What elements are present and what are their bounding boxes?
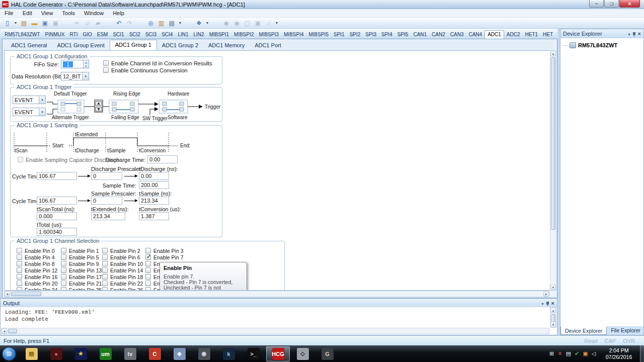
- pin-checkbox-item[interactable]: Enable Pin 13: [61, 267, 102, 274]
- pin-checkbox-item[interactable]: Enable Pin 26: [102, 287, 145, 291]
- tdischarge-ns-field[interactable]: 0.00: [139, 172, 169, 180]
- pin-checkbox-item[interactable]: Enable Pin 5: [61, 254, 102, 261]
- pin-checkbox[interactable]: [102, 261, 108, 266]
- pin-checkbox-item[interactable]: Enable Pin 8: [17, 261, 61, 267]
- pin-checkbox-item[interactable]: Enable Pin 14: [102, 267, 145, 274]
- enable-discharge-checkbox[interactable]: [18, 157, 23, 162]
- pin-checkbox[interactable]: [61, 287, 66, 291]
- discharge-time-field[interactable]: 0.00: [147, 155, 178, 163]
- peripheral-tab[interactable]: SCI1: [110, 31, 126, 39]
- taskbar-app-red[interactable]: ●: [44, 346, 68, 361]
- explorer-tab[interactable]: Device Explorer: [560, 326, 607, 335]
- pin-checkbox-item[interactable]: Enable Pin 6: [102, 254, 145, 261]
- new-dropdown[interactable]: ▾: [13, 19, 18, 28]
- peripheral-tab[interactable]: SCI2: [127, 31, 143, 39]
- pin-checkbox[interactable]: [145, 248, 151, 253]
- scroll-down-icon[interactable]: ▼: [550, 285, 556, 290]
- taskbar-gimp[interactable]: G: [315, 346, 339, 361]
- peripheral-tab[interactable]: CAN4: [466, 31, 485, 39]
- peripheral-tab[interactable]: RM57L843ZWT: [2, 31, 43, 39]
- menu-item[interactable]: Window: [79, 10, 108, 16]
- panel-menu-icon[interactable]: [628, 31, 630, 37]
- textended-field[interactable]: 213.34: [91, 212, 125, 220]
- open-button[interactable]: ▬: [30, 19, 39, 28]
- tray-warning-icon[interactable]: ▣: [583, 350, 588, 357]
- sub-tab[interactable]: ADC1 Group 2: [157, 41, 203, 50]
- generate-button[interactable]: ▥: [156, 19, 166, 28]
- save-button[interactable]: ▣: [40, 19, 50, 28]
- peripheral-tab[interactable]: HET: [540, 31, 555, 39]
- horizontal-scroll-thumb[interactable]: [11, 292, 41, 296]
- copy-button[interactable]: ▱: [83, 19, 92, 28]
- icon[interactable]: [104, 19, 113, 28]
- icon[interactable]: [211, 19, 220, 28]
- preview-button[interactable]: ◎: [146, 19, 155, 28]
- pin-checkbox[interactable]: [17, 281, 22, 286]
- peripheral-tab[interactable]: SCI4: [159, 31, 175, 39]
- ttotal-field[interactable]: 1.600340: [37, 228, 77, 236]
- dropdown-arrow-icon[interactable]: [82, 72, 89, 80]
- pin-checkbox-item[interactable]: Enable Pin 21: [61, 281, 102, 287]
- menu-item[interactable]: File: [0, 10, 18, 16]
- icon[interactable]: [184, 19, 193, 28]
- paste-button[interactable]: ▰: [93, 19, 103, 28]
- taskbar-hcg[interactable]: HCG: [266, 346, 290, 361]
- sample-time-field[interactable]: 200.00: [139, 181, 169, 189]
- tconversion-field[interactable]: 1.387: [139, 212, 169, 220]
- peripheral-tab[interactable]: MIBSPI1: [207, 31, 231, 39]
- pin-checkbox-item[interactable]: Enable Pin 2: [102, 248, 145, 254]
- scroll-left-icon[interactable]: ◄: [2, 328, 7, 334]
- output-vertical-scrollbar[interactable]: ▲ ▼: [550, 307, 556, 328]
- pin-checkbox-item[interactable]: Enable Pin 22: [102, 281, 145, 287]
- pin-checkbox-item[interactable]: Enable Pin 25: [61, 287, 102, 291]
- cut-button[interactable]: ✂: [72, 19, 82, 28]
- output-log[interactable]: Loading: FEE: 'FEEv000.xml'Load complete: [1, 307, 550, 328]
- pin-checkbox[interactable]: [102, 254, 108, 260]
- taskbar-3dbox[interactable]: ◇: [291, 346, 314, 361]
- icon[interactable]: [61, 19, 71, 28]
- dropdown-arrow-icon[interactable]: [39, 108, 45, 116]
- peripheral-tab[interactable]: CAN3: [448, 31, 466, 39]
- peripheral-tab[interactable]: SCI3: [143, 31, 159, 39]
- peripheral-tab[interactable]: MIBSPI4: [281, 31, 306, 39]
- home-button[interactable]: ⌂: [264, 19, 273, 28]
- main-vertical-scrollbar[interactable]: ▲ ▼: [550, 50, 556, 291]
- pin-checkbox[interactable]: [102, 287, 108, 291]
- panel-close-icon[interactable]: [638, 31, 641, 37]
- discharge-prescaler-field[interactable]: 0: [91, 172, 122, 180]
- pin-checkbox[interactable]: [17, 248, 22, 253]
- pin-checkbox[interactable]: [61, 274, 66, 280]
- main-horizontal-scrollbar[interactable]: ◄ ►: [4, 291, 549, 297]
- icon[interactable]: [135, 19, 145, 28]
- peripheral-tab[interactable]: SPI2: [347, 31, 363, 39]
- spinner-buttons[interactable]: [83, 60, 89, 68]
- pin-checkbox-item[interactable]: Enable Pin 10: [102, 261, 145, 267]
- taskbar-kindle[interactable]: k: [217, 346, 240, 361]
- redo-button[interactable]: ↷: [125, 19, 134, 28]
- cycle-time-field-1[interactable]: 106.67: [37, 172, 77, 180]
- scroll-right-icon[interactable]: ►: [543, 291, 549, 297]
- peripheral-tab[interactable]: LIN1: [175, 31, 191, 39]
- tray-grid-icon[interactable]: ⊞: [549, 350, 554, 357]
- peripheral-tab[interactable]: ESM: [95, 31, 111, 39]
- peripheral-tab[interactable]: PINMUX: [43, 31, 67, 39]
- taskbar-um-player[interactable]: um: [94, 346, 117, 361]
- pin-checkbox[interactable]: [145, 254, 151, 260]
- peripheral-tab[interactable]: MIBSPI2: [231, 31, 256, 39]
- event2-dropdown[interactable]: EVENT: [13, 108, 46, 116]
- pin-checkbox[interactable]: [61, 254, 66, 260]
- peripheral-tab[interactable]: SPI4: [379, 31, 395, 39]
- peripheral-tab[interactable]: SPI3: [363, 31, 379, 39]
- pin-checkbox[interactable]: [102, 267, 108, 273]
- scroll-left-icon[interactable]: ◄: [5, 291, 10, 297]
- save-all-button[interactable]: ▣: [51, 19, 60, 28]
- pin-checkbox-item[interactable]: Enable Pin 18: [102, 274, 145, 281]
- pin-checkbox[interactable]: [17, 267, 22, 273]
- taskbar-explorer[interactable]: ▤: [20, 346, 43, 361]
- sample-prescaler-field[interactable]: 0: [91, 197, 122, 205]
- pin-checkbox[interactable]: [61, 281, 66, 286]
- new-file-button[interactable]: ▯: [3, 19, 12, 28]
- minimize-button[interactable]: [589, 0, 604, 8]
- code-generate-button[interactable]: ❖: [194, 19, 204, 28]
- menu-item[interactable]: Edit: [18, 10, 37, 16]
